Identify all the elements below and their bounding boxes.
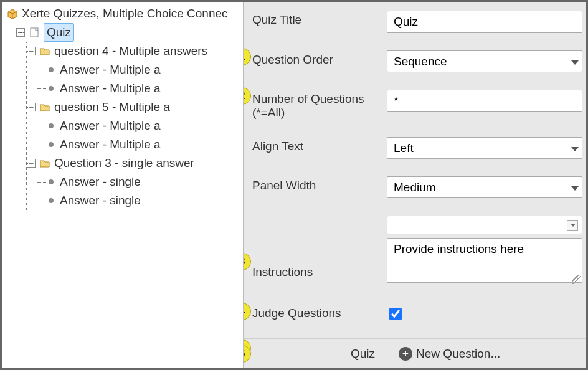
tree-root-row[interactable]: Xerte Quizzes, Multiple Choice Connec	[6, 4, 243, 23]
tree-root-label: Xerte Quizzes, Multiple Choice Connec	[22, 5, 228, 23]
app-root: Xerte Quizzes, Multiple Choice Connec − …	[0, 0, 588, 370]
bottom-quiz-label: Quiz	[351, 347, 375, 361]
tree-item-label: question 4 - Multiple answers	[54, 42, 207, 60]
folder-icon	[38, 44, 52, 58]
box-icon	[6, 7, 19, 21]
tree-item-label: Answer - Multiple a	[60, 80, 161, 98]
judge-questions-checkbox[interactable]	[389, 308, 402, 320]
num-questions-label: Number of Questions (*=All)	[244, 90, 387, 120]
bullet-icon	[49, 198, 54, 203]
tree-question3-row[interactable]: − Question 3 - single answer	[27, 154, 243, 173]
expand-toggle[interactable]: −	[27, 47, 36, 55]
tree-item-label: Answer - Multiple a	[60, 117, 161, 135]
folder-icon	[38, 100, 52, 114]
plus-circle-icon: +	[399, 347, 412, 361]
tree-quiz-label: Quiz	[44, 23, 74, 42]
row-align-text: Align Text Left	[244, 128, 586, 168]
panel-width-select[interactable]: Medium	[387, 176, 582, 198]
tree-item-label: Question 3 - single answer	[54, 154, 194, 173]
question-order-select[interactable]: Sequence	[387, 50, 582, 72]
row-number-questions: 2 Number of Questions (*=All)	[244, 81, 586, 128]
bottom-bar: 6 Quiz + New Question...	[244, 338, 586, 368]
question-order-label: Question Order	[244, 50, 387, 67]
tree-answer-row[interactable]: Answer - single	[37, 191, 243, 210]
expand-toggle[interactable]: −	[16, 28, 25, 37]
tree-answer-row[interactable]: Answer - Multiple a	[37, 60, 243, 79]
new-question-label: New Question...	[416, 347, 500, 361]
instructions-textarea[interactable]	[387, 238, 582, 283]
align-text-label: Align Text	[244, 137, 387, 153]
tree-answer-row[interactable]: Answer - single	[37, 173, 243, 191]
bullet-icon	[49, 67, 54, 72]
bullet-icon	[49, 142, 54, 147]
tree-answer-row[interactable]: Answer - Multiple a	[37, 135, 243, 154]
bullet-icon	[49, 179, 54, 184]
instructions-label: Instructions	[244, 223, 387, 279]
instructions-style-picker[interactable]	[387, 216, 582, 234]
bullet-icon	[49, 123, 54, 128]
align-text-select[interactable]: Left	[387, 137, 582, 159]
folder-icon	[38, 156, 52, 170]
tree-question5-row[interactable]: − question 5 - Multiple a	[27, 98, 243, 116]
tree-item-label: Answer - single	[60, 173, 141, 191]
tree-answer-row[interactable]: Answer - Multiple a	[37, 79, 243, 98]
properties-panel: Quiz Title 1 Question Order Sequence 2 N…	[244, 2, 586, 368]
tree-panel: Xerte Quizzes, Multiple Choice Connec − …	[2, 2, 244, 368]
judge-questions-label: Judge Questions	[244, 304, 387, 320]
bullet-icon	[49, 86, 54, 91]
tree-quiz-row[interactable]: − Quiz	[16, 23, 243, 42]
num-questions-input[interactable]	[387, 90, 582, 112]
tree-item-label: Answer - Multiple a	[60, 61, 161, 79]
row-quiz-title: Quiz Title	[244, 2, 586, 42]
new-question-button[interactable]: + New Question...	[395, 346, 504, 361]
row-instructions: 3 Instructions	[244, 207, 586, 295]
row-judge-questions: 4 Judge Questions	[244, 295, 586, 332]
tree-item-label: Answer - Multiple a	[60, 136, 161, 154]
tree-item-label: Answer - single	[60, 192, 141, 210]
quiz-title-input[interactable]	[387, 11, 582, 33]
expand-toggle[interactable]: −	[27, 159, 36, 168]
tree-item-label: question 5 - Multiple a	[54, 98, 170, 116]
panel-width-label: Panel Width	[244, 176, 387, 192]
page-icon	[27, 26, 41, 39]
row-question-order: 1 Question Order Sequence	[244, 42, 586, 81]
expand-toggle[interactable]: −	[27, 103, 36, 111]
quiz-title-label: Quiz Title	[244, 11, 387, 27]
tree-question4-row[interactable]: − question 4 - Multiple answers	[27, 42, 243, 60]
tree-answer-row[interactable]: Answer - Multiple a	[37, 116, 243, 135]
row-panel-width: Panel Width Medium	[244, 168, 586, 207]
